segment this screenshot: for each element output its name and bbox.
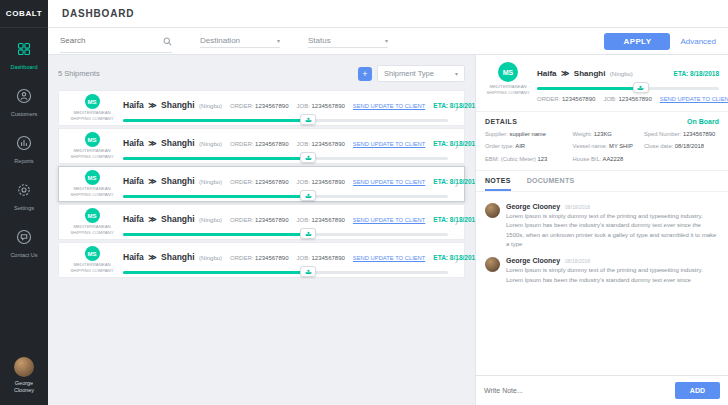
list-header: 5 Shipments + Shipment Type ▾ <box>58 65 465 82</box>
shipment-card[interactable]: MS Mediterranean Shipping Company Haifa … <box>58 166 465 202</box>
job-label: JOB: <box>603 96 616 102</box>
sidebar-user[interactable]: George Clooney <box>0 349 48 405</box>
origin-city: Haifa <box>123 100 144 110</box>
note-input[interactable] <box>484 387 669 394</box>
job-label: JOB: <box>296 141 309 147</box>
sidebar-item-settings[interactable]: Settings <box>0 173 48 220</box>
sidebar-item-customers[interactable]: Customers <box>0 79 48 126</box>
job-value: 1234567890 <box>311 179 344 185</box>
gear-icon <box>16 182 32 202</box>
shipments-list: MS Mediterranean Shipping Company Haifa … <box>58 90 465 278</box>
job-value: 1234567890 <box>311 141 344 147</box>
job-number: JOB: 1234567890 <box>296 103 344 109</box>
eta-label: ETA: <box>433 216 448 223</box>
dashboard-icon <box>16 41 32 61</box>
app-window: COBALT Dashboard Customers Reports Setti… <box>0 0 728 405</box>
job-label: JOB: <box>296 217 309 223</box>
eta-value: 8/18/2018 <box>450 216 475 223</box>
detail-field: House B/L: AA2228 <box>573 155 638 163</box>
chevron-down-icon: ▾ <box>455 70 458 77</box>
note-author: George Clooney <box>506 257 560 264</box>
company-name: Mediterranean Shipping Company <box>65 186 119 198</box>
list-header-actions: + Shipment Type ▾ <box>358 65 465 82</box>
search-input[interactable] <box>60 36 159 45</box>
send-update-link[interactable]: SEND UPDATE TO CLIENT <box>353 255 425 261</box>
note-text: Lorem Ipsum is simply dummy text of the … <box>506 266 719 285</box>
company-name: Mediterranean Shipping Company <box>65 262 119 274</box>
sidebar: COBALT Dashboard Customers Reports Setti… <box>0 0 48 405</box>
shipment-detail-panel: MS Mediterranean Shipping Company Haifa … <box>475 55 728 405</box>
details-title: DETAILS <box>485 118 517 125</box>
send-update-link[interactable]: SEND UPDATE TO CLIENT <box>353 103 425 109</box>
sidebar-item-dashboard[interactable]: Dashboard <box>0 32 48 79</box>
job-number: JOB: 1234567890 <box>296 179 344 185</box>
field-label: House B/L: <box>573 156 602 162</box>
shipments-list-panel: 5 Shipments + Shipment Type ▾ <box>48 55 475 405</box>
send-update-link[interactable]: SEND UPDATE TO CLIENT <box>353 141 425 147</box>
tab-documents[interactable]: DOCUMENTS <box>527 171 575 191</box>
send-update-link[interactable]: SEND UPDATE TO CLIENT <box>353 217 425 223</box>
origin-city: Haifa <box>123 176 144 186</box>
order-number: ORDER: 1234567890 <box>230 141 288 147</box>
progress-fill <box>123 157 308 160</box>
destination-city: Shanghi <box>161 138 195 148</box>
shipment-progress <box>123 233 448 236</box>
destination-subcity: (Ningbo) <box>199 179 222 185</box>
shipment-info: Haifa ≫ Shanghi (Ningbo) ORDER: 12345678… <box>119 208 452 236</box>
shipment-progress <box>123 157 448 160</box>
shipment-card[interactable]: MS Mediterranean Shipping Company Haifa … <box>58 90 465 126</box>
progress-fill <box>123 119 308 122</box>
shipment-card[interactable]: MS Mediterranean Shipping Company Haifa … <box>58 242 465 278</box>
route: Haifa ≫ Shanghi (Ningbo) <box>123 170 222 188</box>
order-value: 1234567890 <box>562 96 595 102</box>
company-avatar: MS <box>85 94 100 109</box>
destination-subcity: (Ningbo) <box>199 103 222 109</box>
page-title: DASHBOARD <box>62 8 134 19</box>
field-label: Supplier: <box>485 131 508 137</box>
order-number: ORDER: 1234567890 <box>230 179 288 185</box>
destination-select[interactable]: Destination ▾ <box>200 34 280 48</box>
shipment-card[interactable]: MS Mediterranean Shipping Company Haifa … <box>58 128 465 164</box>
job-label: JOB: <box>296 255 309 261</box>
chevron-down-icon: ▾ <box>385 37 388 44</box>
field-value: AA2228 <box>603 156 624 162</box>
shipment-type-label: Shipment Type <box>384 69 434 78</box>
brand-logo: COBALT <box>0 0 48 28</box>
shipment-progress <box>123 119 448 122</box>
search-box[interactable] <box>60 30 172 53</box>
chevron-right-icon: › <box>455 255 458 266</box>
route-arrow-icon: ≫ <box>148 177 156 186</box>
sidebar-item-label: Settings <box>14 205 34 211</box>
add-note-button[interactable]: ADD <box>675 382 720 399</box>
company-avatar: MS <box>85 246 100 261</box>
note-timestamp: 08/18/2018 <box>565 204 590 210</box>
user-name: George Clooney <box>7 380 41 395</box>
progress-fill <box>123 233 308 236</box>
shipment-card[interactable]: MS Mediterranean Shipping Company Haifa … <box>58 204 465 240</box>
field-value: supplier name <box>510 131 546 137</box>
note-timestamp: 08/18/2018 <box>565 258 590 264</box>
origin-city: Haifa <box>123 138 144 148</box>
order-label: ORDER: <box>537 96 560 102</box>
filter-bar: Destination ▾ Status ▾ APPLY Advanced <box>48 28 728 55</box>
tab-notes[interactable]: NOTES <box>485 171 511 191</box>
shipment-progress <box>123 271 448 274</box>
send-update-link[interactable]: SEND UPDATE TO CLIENT <box>353 179 425 185</box>
sidebar-nav: Dashboard Customers Reports Settings Con… <box>0 32 48 267</box>
sidebar-item-contact-us[interactable]: Contact Us <box>0 220 48 267</box>
field-value: 1234567890 <box>683 131 715 137</box>
job-number: JOB: 1234567890 <box>296 217 344 223</box>
job-value: 1234567890 <box>311 217 344 223</box>
advanced-link[interactable]: Advanced <box>680 37 716 46</box>
apply-button[interactable]: APPLY <box>604 33 670 50</box>
field-value: 123 <box>538 156 548 162</box>
status-select[interactable]: Status ▾ <box>308 34 388 48</box>
search-icon <box>163 32 172 50</box>
status-badge: On Board <box>687 118 719 125</box>
sidebar-item-reports[interactable]: Reports <box>0 126 48 173</box>
send-update-link[interactable]: SEND UPDATE TO CLIENT <box>660 96 728 102</box>
detail-tabs: NOTES DOCUMENTS <box>476 171 728 192</box>
route-arrow-icon: ≫ <box>561 69 569 78</box>
shipment-type-select[interactable]: Shipment Type ▾ <box>377 65 465 82</box>
add-shipment-button[interactable]: + <box>358 67 372 81</box>
